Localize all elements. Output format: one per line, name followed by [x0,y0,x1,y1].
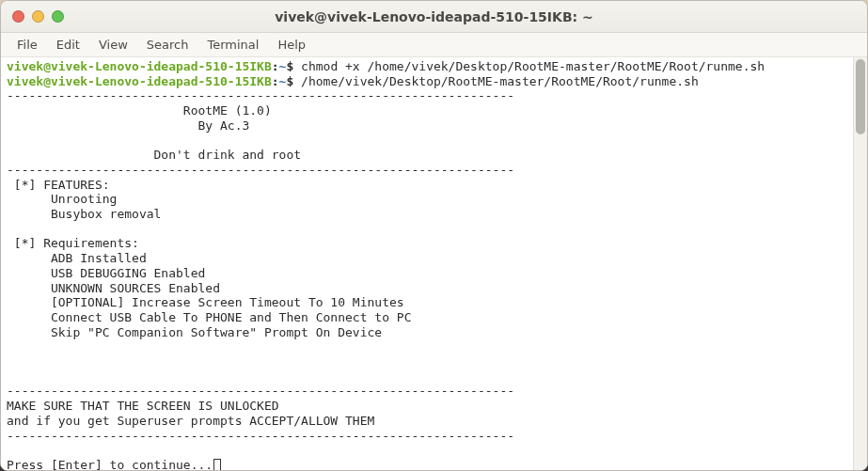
command-2: /home/vivek/Desktop/RootME-master/RootME… [301,74,699,88]
menu-file[interactable]: File [8,35,46,55]
prompt-sep: : [272,74,279,88]
prompt-user: vivek@vivek-Lenovo-ideapad-510-15IKB [7,74,272,88]
prompt-sep: : [272,59,279,73]
scrollbar[interactable] [853,57,867,470]
prompt-user: vivek@vivek-Lenovo-ideapad-510-15IKB [7,59,272,73]
press-enter-prompt: Press [Enter] to continue... [7,458,213,470]
output-line: Connect USB Cable To PHONE and Then Conn… [7,310,411,324]
output-line: ADB Installed [7,251,147,265]
output-line: ----------------------------------------… [7,163,514,177]
output-line: [*] FEATURES: [7,178,110,192]
output-line: ----------------------------------------… [7,88,514,102]
output-line: RootME (1.0) [7,103,272,118]
command-1: chmod +x /home/vivek/Desktop/RootME-mast… [301,59,765,73]
prompt-symbol: $ [286,74,293,88]
menu-view[interactable]: View [90,35,136,55]
output-line: Unrooting [7,192,117,206]
output-line: MAKE SURE THAT THE SCREEN IS UNLOCKED [7,399,279,413]
cursor-icon [213,459,221,470]
prompt-symbol: $ [286,59,293,73]
menubar: File Edit View Search Terminal Help [1,33,867,57]
menu-help[interactable]: Help [269,35,314,55]
output-line: USB DEBUGGING Enabled [7,266,205,280]
output-line: ----------------------------------------… [7,429,514,443]
minimize-icon[interactable] [32,10,44,23]
titlebar[interactable]: vivek@vivek-Lenovo-ideapad-510-15IKB: ~ [1,1,867,33]
output-line: and if you get Superuser prompts ACCEPT/… [7,414,374,428]
window-title: vivek@vivek-Lenovo-ideapad-510-15IKB: ~ [1,9,867,24]
output-line: UNKNOWN SOURCES Enabled [7,281,220,295]
menu-edit[interactable]: Edit [48,35,88,55]
output-line: [*] Requirements: [7,236,139,250]
maximize-icon[interactable] [52,10,64,23]
output-line: Don't drink and root [7,148,301,162]
output-line: By Ac.3 [7,118,249,133]
close-icon[interactable] [12,10,24,23]
terminal-area: vivek@vivek-Lenovo-ideapad-510-15IKB:~$ … [1,57,867,470]
output-line: ----------------------------------------… [7,384,514,398]
output-line: Busybox removal [7,207,161,221]
output-line: Skip "PC Companion Software" Prompt On D… [7,325,382,339]
terminal-output[interactable]: vivek@vivek-Lenovo-ideapad-510-15IKB:~$ … [1,57,853,470]
window-controls [1,10,64,23]
output-line: [OPTIONAL] Increase Screen Timeout To 10… [7,295,404,309]
menu-search[interactable]: Search [138,35,197,55]
terminal-window: vivek@vivek-Lenovo-ideapad-510-15IKB: ~ … [0,0,868,471]
scroll-thumb[interactable] [856,59,865,134]
menu-terminal[interactable]: Terminal [198,35,267,55]
